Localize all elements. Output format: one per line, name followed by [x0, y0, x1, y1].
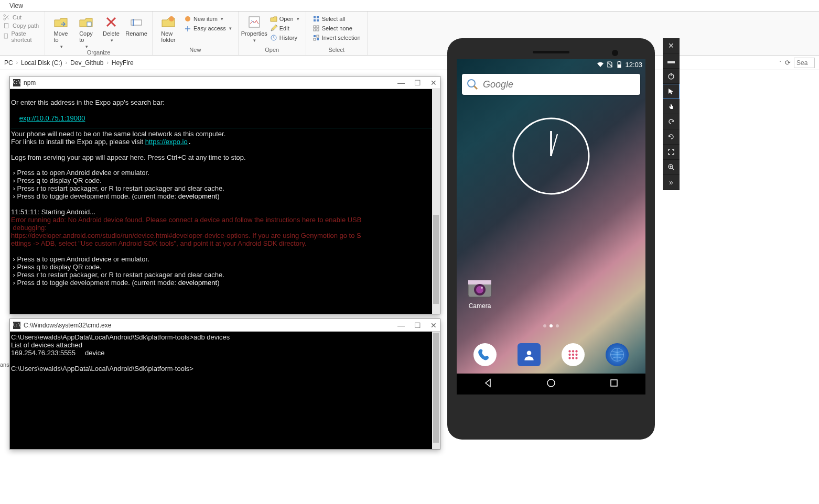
- ribbon-tabs: View: [0, 0, 819, 12]
- rotate-right-button[interactable]: [663, 129, 680, 145]
- delete-icon: [104, 15, 118, 29]
- android-screen[interactable]: 12:03 Camera: [457, 59, 645, 395]
- expo-url-link[interactable]: exp://10.0.75.1:19000: [19, 114, 85, 122]
- window-titlebar[interactable]: C:\ C:\Windows\system32\cmd.exe — ☐ ✕: [10, 319, 440, 332]
- window-titlebar[interactable]: C:\ npm — ☐ ✕: [10, 76, 440, 89]
- svg-rect-15: [317, 26, 319, 28]
- scrollbar[interactable]: [432, 89, 440, 314]
- home-button[interactable]: [546, 378, 556, 390]
- svg-rect-18: [314, 35, 316, 37]
- minimize-button[interactable]: —: [397, 321, 405, 330]
- svg-rect-23: [618, 64, 621, 68]
- search-icon: [466, 78, 479, 91]
- back-button[interactable]: [483, 378, 493, 390]
- svg-rect-46: [611, 380, 617, 386]
- emulator-toolbar: ✕ ▬ »: [663, 38, 680, 190]
- history-icon: [270, 34, 277, 41]
- svg-point-33: [481, 287, 483, 289]
- svg-point-43: [575, 357, 577, 359]
- paste-shortcut-icon: [3, 33, 9, 40]
- android-navbar: [457, 374, 645, 395]
- open-icon: [270, 15, 277, 23]
- terminal-output[interactable]: C:\Users\ewalds\AppData\Local\Android\Sd…: [10, 332, 440, 375]
- cursor-mode-button[interactable]: [663, 84, 680, 99]
- status-bar: 12:03: [457, 59, 645, 70]
- camera-app-icon[interactable]: Camera: [466, 274, 493, 310]
- zoom-button[interactable]: [663, 160, 680, 175]
- breadcrumb-item[interactable]: PC: [4, 59, 13, 67]
- terminal-output[interactable]: Or enter this address in the Expo app's …: [10, 89, 440, 289]
- open-button[interactable]: Open▾: [268, 15, 301, 23]
- delete-button[interactable]: Delete▾: [100, 15, 123, 43]
- android-emulator: 12:03 Camera: [447, 38, 655, 440]
- dock-browser-app[interactable]: [606, 343, 629, 366]
- svg-rect-3: [4, 34, 7, 38]
- svg-point-34: [527, 350, 532, 355]
- scrollbar[interactable]: [432, 332, 440, 449]
- minimize-button[interactable]: —: [397, 79, 405, 87]
- dock-phone-app[interactable]: [473, 343, 497, 366]
- copy-path-button[interactable]: Copy path: [3, 22, 41, 29]
- google-search-widget[interactable]: [462, 74, 640, 95]
- svg-rect-10: [314, 16, 316, 18]
- power-button[interactable]: [663, 69, 680, 84]
- svg-point-36: [572, 350, 574, 352]
- close-button[interactable]: ✕: [430, 321, 437, 330]
- cut-button[interactable]: Cut: [3, 14, 41, 21]
- new-folder-icon: [161, 15, 176, 29]
- breadcrumb-item[interactable]: Local Disk (C:): [21, 59, 62, 67]
- breadcrumb-item[interactable]: Dev_Github: [70, 59, 103, 67]
- touch-mode-button[interactable]: [663, 99, 680, 114]
- refresh-icon[interactable]: ⟳: [785, 59, 791, 67]
- svg-rect-13: [317, 19, 319, 21]
- breadcrumb-item[interactable]: HeyFire: [112, 59, 134, 67]
- chevron-down-icon[interactable]: ˅: [779, 60, 782, 65]
- copy-to-button[interactable]: Copy to▾: [74, 15, 98, 49]
- history-button[interactable]: History: [268, 34, 301, 42]
- svg-rect-21: [317, 38, 319, 40]
- recent-apps-button[interactable]: [609, 378, 619, 390]
- edit-button[interactable]: Edit: [268, 24, 301, 32]
- npm-terminal-window: C:\ npm — ☐ ✕ Or enter this address in t…: [9, 76, 440, 314]
- search-input[interactable]: [794, 58, 815, 68]
- properties-button[interactable]: Properties▾: [243, 15, 266, 43]
- easy-access-button[interactable]: Easy access▾: [182, 24, 234, 32]
- rotate-left-button[interactable]: [663, 114, 680, 129]
- cmd-terminal-window: C:\ C:\Windows\system32\cmd.exe — ☐ ✕ C:…: [9, 319, 440, 450]
- svg-point-38: [568, 354, 570, 356]
- more-options-button[interactable]: »: [663, 175, 680, 190]
- svg-point-40: [575, 354, 577, 356]
- invert-selection-button[interactable]: Invert selection: [310, 34, 363, 42]
- minimize-emulator-button[interactable]: ▬: [663, 53, 680, 69]
- move-to-button[interactable]: Move to▾: [49, 15, 72, 49]
- analog-clock-widget[interactable]: [512, 117, 590, 195]
- svg-rect-8: [249, 17, 260, 27]
- breadcrumb[interactable]: PC› Local Disk (C:)› Dev_Github› HeyFire…: [0, 56, 819, 70]
- invert-selection-icon: [312, 34, 320, 41]
- close-button[interactable]: ✕: [430, 79, 437, 87]
- maximize-button[interactable]: ☐: [414, 321, 421, 330]
- paste-shortcut-button[interactable]: Paste shortcut: [3, 30, 41, 43]
- svg-point-25: [468, 80, 475, 87]
- wifi-icon: [597, 61, 604, 68]
- fullscreen-button[interactable]: [663, 145, 680, 160]
- select-all-button[interactable]: Select all: [310, 15, 363, 23]
- google-search-input[interactable]: [483, 79, 636, 90]
- expo-site-link[interactable]: https://expo.io: [145, 138, 188, 146]
- svg-rect-16: [314, 29, 316, 31]
- close-emulator-button[interactable]: ✕: [663, 38, 680, 53]
- dock-contacts-app[interactable]: [518, 343, 541, 366]
- clipboard-group: Cut Copy path Paste shortcut: [0, 12, 45, 55]
- dock-apps-button[interactable]: [562, 343, 585, 366]
- scrollbar-thumb[interactable]: [433, 215, 439, 304]
- edit-icon: [270, 25, 277, 32]
- new-item-button[interactable]: New item▾: [182, 15, 234, 23]
- tab-view[interactable]: View: [4, 1, 28, 10]
- rename-button[interactable]: Rename: [125, 15, 148, 37]
- new-folder-button[interactable]: New folder: [157, 15, 180, 43]
- svg-rect-24: [619, 61, 620, 62]
- camera-app-label: Camera: [466, 302, 493, 310]
- scrollbar-thumb[interactable]: [433, 333, 439, 443]
- maximize-button[interactable]: ☐: [414, 79, 421, 87]
- select-none-button[interactable]: Select none: [310, 24, 363, 32]
